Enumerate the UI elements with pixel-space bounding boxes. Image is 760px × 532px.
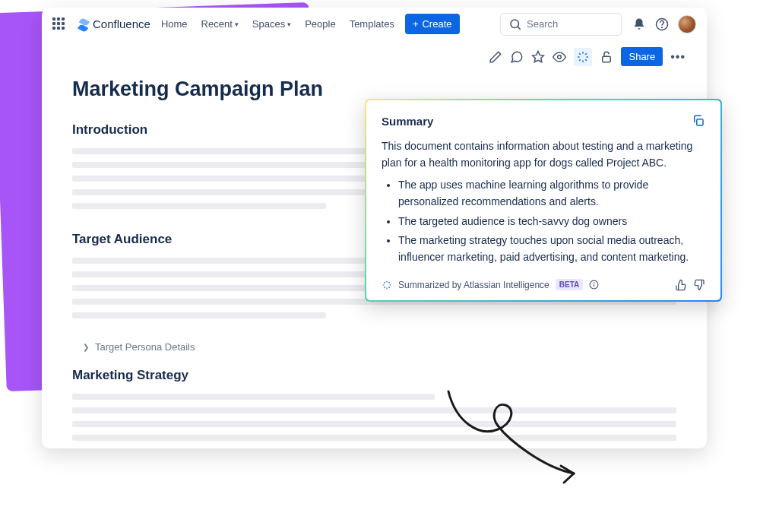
copy-icon[interactable] [692, 114, 705, 128]
primary-nav: Home Recent▾ Spaces▾ People Templates [161, 18, 394, 30]
thumbs-down-icon[interactable] [693, 279, 705, 291]
product-name: Confluence [93, 17, 150, 30]
nav-people[interactable]: People [305, 18, 335, 30]
svg-point-0 [511, 20, 519, 28]
summary-bullet: The marketing strategy touches upon soci… [398, 233, 705, 265]
global-nav: Confluence Home Recent▾ Spaces▾ People T… [42, 8, 707, 41]
chevron-right-icon: ❯ [83, 343, 89, 351]
chevron-down-icon: ▾ [287, 21, 291, 28]
chevron-down-icon: ▾ [235, 21, 239, 28]
lock-icon[interactable] [600, 50, 613, 64]
expand-toggle-persona[interactable]: ❯ Target Persona Details [83, 341, 676, 353]
summary-heading: Summary [382, 115, 433, 128]
info-icon[interactable] [589, 280, 599, 290]
edit-icon[interactable] [489, 50, 502, 64]
avatar[interactable] [678, 15, 696, 33]
svg-rect-7 [697, 119, 703, 125]
svg-point-5 [558, 55, 562, 59]
search-icon [508, 17, 522, 31]
thumbs-up-icon[interactable] [675, 279, 687, 291]
comment-icon[interactable] [510, 50, 524, 64]
ai-icon [382, 280, 392, 290]
summary-bullets: The app uses machine learning algorithms… [382, 177, 705, 265]
page-title: Marketing Campaign Plan [72, 78, 676, 101]
summary-bullet: The app uses machine learning algorithms… [398, 177, 705, 210]
ai-summarize-icon[interactable] [574, 48, 592, 66]
plus-icon: + [413, 18, 419, 30]
star-icon[interactable] [531, 50, 545, 64]
notifications-icon[interactable] [632, 17, 646, 31]
share-button[interactable]: Share [621, 47, 663, 66]
svg-line-1 [518, 27, 520, 29]
help-icon[interactable] [655, 17, 669, 31]
more-actions-icon[interactable]: ••• [670, 50, 686, 64]
svg-rect-6 [603, 56, 611, 62]
watch-icon[interactable] [553, 50, 566, 64]
product-logo[interactable]: Confluence [77, 17, 150, 30]
create-button[interactable]: + Create [405, 14, 460, 34]
global-actions [632, 15, 696, 33]
search-input[interactable]: Search [500, 13, 622, 36]
confluence-logo-icon [77, 18, 89, 30]
svg-point-10 [594, 283, 594, 283]
summary-bullet: The targeted audience is tech-savvy dog … [398, 214, 705, 230]
svg-point-3 [662, 27, 663, 27]
ai-summary-panel: Summary This document contains informati… [365, 99, 722, 302]
beta-badge: BETA [556, 279, 583, 290]
svg-marker-4 [533, 51, 544, 62]
summary-footer: Summarized by Atlassian Intelligence BET… [382, 278, 705, 291]
nav-spaces[interactable]: Spaces▾ [252, 18, 291, 30]
section-heading-strategy: Marketing Strategy [72, 368, 676, 383]
app-switcher-icon[interactable] [52, 17, 66, 31]
nav-templates[interactable]: Templates [350, 18, 394, 30]
page-toolbar: Share ••• [489, 47, 686, 66]
summary-attribution: Summarized by Atlassian Intelligence [398, 280, 549, 290]
summary-body: This document contains information about… [382, 138, 705, 171]
nav-recent[interactable]: Recent▾ [201, 18, 239, 30]
content-placeholder [72, 394, 676, 448]
nav-home[interactable]: Home [161, 18, 188, 30]
